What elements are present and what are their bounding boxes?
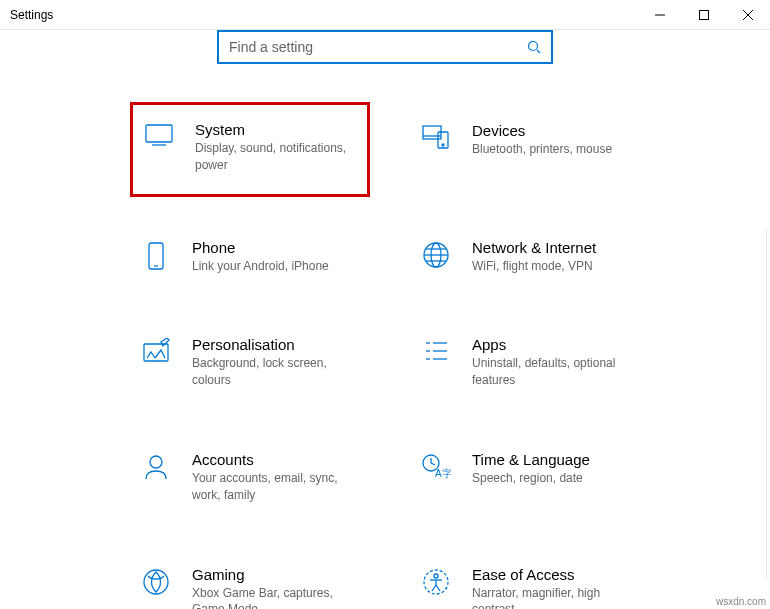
tile-phone[interactable]: Phone Link your Android, iPhone: [130, 231, 370, 283]
tile-devices[interactable]: Devices Bluetooth, printers, mouse: [410, 114, 650, 185]
tile-desc: Uninstall, defaults, optional features: [472, 355, 642, 389]
tile-system[interactable]: System Display, sound, notifications, po…: [130, 102, 370, 197]
tile-title: Phone: [192, 239, 362, 256]
tile-personalisation[interactable]: Personalisation Background, lock screen,…: [130, 328, 370, 397]
tile-desc: Xbox Game Bar, captures, Game Mode: [192, 585, 362, 609]
system-icon: [141, 121, 177, 174]
svg-rect-12: [149, 243, 163, 269]
tile-desc: WiFi, flight mode, VPN: [472, 258, 642, 275]
network-icon: [418, 239, 454, 275]
close-button[interactable]: [726, 0, 770, 30]
svg-line-29: [431, 463, 435, 465]
svg-point-4: [529, 42, 538, 51]
tile-desc: Speech, region, date: [472, 470, 642, 487]
svg-rect-1: [700, 10, 709, 19]
maximize-icon: [699, 10, 709, 20]
minimize-button[interactable]: [638, 0, 682, 30]
svg-line-5: [537, 50, 540, 53]
svg-point-31: [144, 570, 168, 594]
tile-time-language[interactable]: A字 Time & Language Speech, region, date: [410, 443, 650, 512]
tile-title: Network & Internet: [472, 239, 642, 256]
tile-accounts[interactable]: Accounts Your accounts, email, sync, wor…: [130, 443, 370, 512]
tile-desc: Your accounts, email, sync, work, family: [192, 470, 362, 504]
tile-gaming[interactable]: Gaming Xbox Game Bar, captures, Game Mod…: [130, 558, 370, 609]
tile-title: Devices: [472, 122, 642, 139]
search-box[interactable]: [217, 30, 553, 64]
time-language-icon: A字: [418, 451, 454, 504]
svg-rect-19: [144, 344, 168, 361]
tile-title: Gaming: [192, 566, 362, 583]
watermark: wsxdn.com: [716, 596, 766, 607]
ease-of-access-icon: [418, 566, 454, 609]
titlebar: Settings: [0, 0, 770, 30]
minimize-icon: [655, 10, 665, 20]
tile-ease-of-access[interactable]: Ease of Access Narrator, magnifier, high…: [410, 558, 650, 609]
tile-desc: Background, lock screen, colours: [192, 355, 362, 389]
svg-line-37: [436, 585, 440, 591]
accounts-icon: [138, 451, 174, 504]
phone-icon: [138, 239, 174, 275]
search-icon: [517, 40, 551, 54]
tile-apps[interactable]: Apps Uninstall, defaults, optional featu…: [410, 328, 650, 397]
apps-icon: [418, 336, 454, 389]
personalisation-icon: [138, 336, 174, 389]
svg-point-11: [442, 144, 444, 146]
tile-network[interactable]: Network & Internet WiFi, flight mode, VP…: [410, 231, 650, 283]
settings-grid: System Display, sound, notifications, po…: [0, 64, 770, 609]
svg-point-33: [434, 574, 438, 578]
close-icon: [743, 10, 753, 20]
svg-line-36: [432, 585, 436, 591]
tile-title: Personalisation: [192, 336, 362, 353]
svg-text:A字: A字: [435, 468, 451, 479]
tile-title: Time & Language: [472, 451, 642, 468]
svg-point-26: [150, 456, 162, 468]
tile-title: System: [195, 121, 359, 138]
svg-rect-6: [146, 125, 172, 142]
tile-desc: Link your Android, iPhone: [192, 258, 362, 275]
scrollbar-track[interactable]: [766, 230, 770, 579]
maximize-button[interactable]: [682, 0, 726, 30]
search-input[interactable]: [219, 39, 517, 55]
tile-title: Ease of Access: [472, 566, 642, 583]
tile-desc: Narrator, magnifier, high contrast: [472, 585, 642, 609]
tile-desc: Display, sound, notifications, power: [195, 140, 359, 174]
tile-title: Apps: [472, 336, 642, 353]
gaming-icon: [138, 566, 174, 609]
tile-desc: Bluetooth, printers, mouse: [472, 141, 642, 158]
window-title: Settings: [0, 8, 638, 22]
devices-icon: [418, 122, 454, 177]
tile-title: Accounts: [192, 451, 362, 468]
